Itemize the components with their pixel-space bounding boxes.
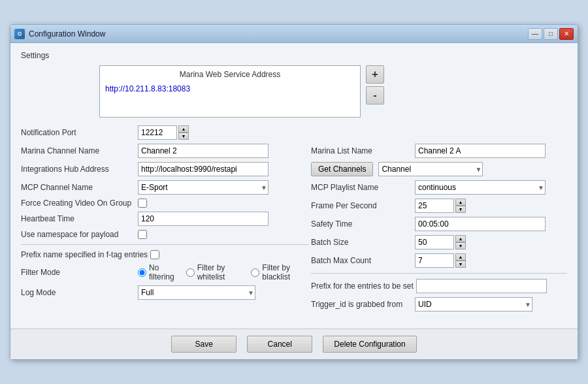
marina-web-section: Marina Web Service Address http://10.211…: [99, 65, 567, 118]
fps-up[interactable]: ▲: [455, 199, 466, 206]
marina-url: http://10.211.8.83:18083: [103, 83, 357, 95]
marina-list-row: Marina List Name: [311, 144, 567, 158]
mcp-playlist-label: MCP Playlist Name: [311, 183, 412, 192]
remove-url-button[interactable]: -: [366, 86, 384, 104]
batch-max-row: Batch Max Count ▲ ▼: [311, 253, 567, 268]
use-namespace-checkbox[interactable]: [138, 230, 147, 239]
batch-size-input[interactable]: [415, 235, 454, 249]
notification-port-input[interactable]: 12212: [138, 125, 177, 140]
delete-configuration-button[interactable]: Delete Configuration: [323, 336, 416, 353]
marina-channel-row: Marina Channel Name: [21, 144, 308, 158]
notification-port-up[interactable]: ▲: [178, 125, 189, 133]
batch-max-spinner: ▲ ▼: [415, 253, 466, 268]
settings-label: Settings: [21, 51, 567, 60]
prefix-name-checkbox[interactable]: [150, 250, 159, 259]
batch-size-spinner: ▲ ▼: [415, 235, 466, 249]
filter-whitelist-radio[interactable]: [186, 268, 195, 277]
force-creating-checkbox[interactable]: [138, 199, 147, 208]
marina-channel-label: Marina Channel Name: [21, 146, 135, 155]
force-creating-row: Force Creating Video On Group: [21, 199, 308, 208]
log-mode-label: Log Mode: [21, 288, 135, 297]
add-url-button[interactable]: +: [366, 65, 384, 84]
window-title: Configuration Window: [29, 29, 528, 39]
batch-size-spinbuttons: ▲ ▼: [455, 235, 466, 249]
integrations-hub-label: Integrations Hub Address: [21, 165, 135, 174]
right-section: Marina List Name Get Channels Channel ▼ …: [311, 144, 567, 315]
title-bar: ⚙ Configuration Window — □ ✕: [10, 25, 578, 43]
prefix-entries-input[interactable]: [416, 279, 547, 293]
batch-max-down[interactable]: ▼: [455, 261, 466, 268]
batch-size-down[interactable]: ▼: [455, 242, 466, 249]
marina-web-box: Marina Web Service Address http://10.211…: [99, 65, 361, 118]
marina-list-input[interactable]: [415, 144, 546, 158]
configuration-window: ⚙ Configuration Window — □ ✕ Settings Ma…: [10, 24, 578, 360]
integrations-hub-input[interactable]: [138, 162, 269, 176]
batch-size-label: Batch Size: [311, 238, 412, 247]
use-namespace-row: Use namespace for payload: [21, 230, 308, 239]
left-section: Marina Channel Name Integrations Hub Add…: [21, 144, 308, 315]
filter-no-filtering-label[interactable]: No filtering: [138, 263, 178, 281]
batch-max-spinbuttons: ▲ ▼: [455, 253, 466, 268]
maximize-button[interactable]: □: [544, 28, 558, 40]
plus-minus-buttons: + -: [366, 65, 384, 118]
log-mode-row: Log Mode Full ▼: [21, 285, 308, 300]
log-mode-select[interactable]: Full: [138, 285, 255, 300]
trigger-id-label: Trigger_id is grabbed from: [311, 300, 412, 309]
fps-row: Frame Per Second ▲ ▼: [311, 199, 567, 213]
right-divider: [311, 273, 567, 274]
mcp-playlist-row: MCP Playlist Name continuous ▼: [311, 180, 567, 195]
notification-port-spinner: 12212 ▲ ▼: [138, 125, 189, 140]
prefix-name-row: Prefix name specified in f-tag entries: [21, 250, 308, 259]
mcp-playlist-select[interactable]: continuous: [415, 180, 546, 195]
batch-max-up[interactable]: ▲: [455, 253, 466, 261]
trigger-id-select[interactable]: UID: [415, 297, 532, 312]
window-body: Settings Marina Web Service Address http…: [10, 43, 578, 323]
footer: Save Cancel Delete Configuration: [10, 328, 578, 359]
cancel-button[interactable]: Cancel: [247, 336, 312, 353]
get-channels-button[interactable]: Get Channels: [311, 162, 373, 176]
force-creating-label: Force Creating Video On Group: [21, 199, 135, 208]
batch-size-up[interactable]: ▲: [455, 235, 466, 242]
fps-label: Frame Per Second: [311, 201, 412, 210]
minimize-button[interactable]: —: [528, 28, 542, 40]
batch-size-row: Batch Size ▲ ▼: [311, 235, 567, 249]
marina-channel-input[interactable]: [138, 144, 269, 158]
prefix-entries-label: Prefix for the entries to be set: [311, 281, 414, 291]
prefix-entries-row: Prefix for the entries to be set: [311, 279, 567, 293]
mcp-channel-select[interactable]: E-Sport: [138, 180, 269, 195]
mcp-channel-label: MCP Channel Name: [21, 183, 135, 192]
filter-mode-label: Filter Mode: [21, 268, 135, 277]
filter-blacklist-label[interactable]: Filter by blacklist: [251, 263, 308, 281]
main-content: Marina Channel Name Integrations Hub Add…: [21, 144, 567, 315]
use-namespace-label: Use namespace for payload: [21, 230, 135, 239]
batch-max-label: Batch Max Count: [311, 256, 412, 265]
filter-mode-radios: No filtering Filter by whitelist Filter …: [138, 263, 308, 281]
fps-down[interactable]: ▼: [455, 206, 466, 213]
notification-port-row: Notification Port 12212 ▲ ▼: [21, 125, 567, 140]
filter-mode-row: Filter Mode No filtering Filter by white…: [21, 263, 308, 281]
batch-max-input[interactable]: [415, 253, 454, 268]
left-divider: [21, 244, 308, 245]
heartbeat-label: Heartbeat Time: [21, 214, 135, 223]
save-button[interactable]: Save: [171, 336, 237, 353]
get-channels-row: Get Channels Channel ▼: [311, 162, 567, 176]
notification-port-label: Notification Port: [21, 128, 135, 137]
channel-dropdown[interactable]: Channel: [378, 162, 483, 176]
filter-no-filtering-radio[interactable]: [138, 268, 146, 277]
close-button[interactable]: ✕: [559, 28, 574, 40]
fps-spinner: ▲ ▼: [415, 199, 466, 213]
heartbeat-row: Heartbeat Time: [21, 212, 308, 226]
marina-list-label: Marina List Name: [311, 146, 412, 155]
fps-spinbuttons: ▲ ▼: [455, 199, 466, 213]
fps-input[interactable]: [415, 199, 454, 213]
notification-port-down[interactable]: ▼: [178, 133, 189, 140]
notification-port-spinbuttons: ▲ ▼: [178, 125, 189, 140]
safety-time-label: Safety Time: [311, 219, 412, 229]
heartbeat-input[interactable]: [138, 212, 269, 226]
window-controls: — □ ✕: [528, 28, 574, 40]
safety-time-row: Safety Time: [311, 217, 567, 231]
safety-time-input[interactable]: [415, 217, 546, 231]
filter-blacklist-radio[interactable]: [251, 268, 259, 277]
filter-whitelist-label[interactable]: Filter by whitelist: [186, 263, 244, 281]
integrations-hub-row: Integrations Hub Address: [21, 162, 308, 176]
